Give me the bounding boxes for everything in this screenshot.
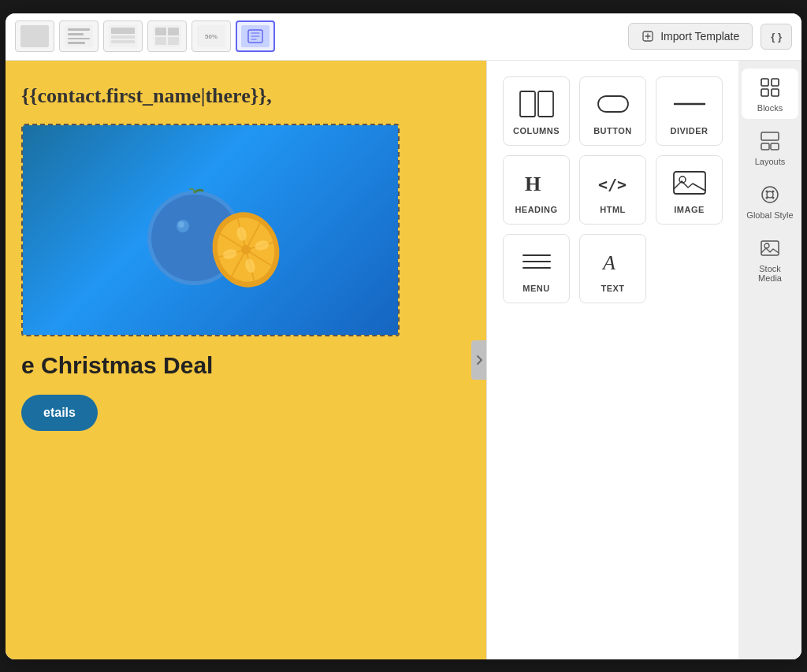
- email-content: {{contact.first_name|there}},: [6, 61, 486, 659]
- collapse-handle[interactable]: [471, 340, 486, 380]
- nav-stock-media-label: Stock Media: [746, 264, 794, 283]
- svg-rect-29: [761, 79, 768, 86]
- nav-layouts-label: Layouts: [755, 157, 786, 166]
- import-label: Import Template: [660, 30, 739, 43]
- toolbar-right: Import Template { }: [628, 23, 792, 50]
- chevron-right-icon: [475, 354, 483, 366]
- heading-label: HEADING: [515, 205, 557, 214]
- deal-title: e Christmas Deal: [21, 352, 470, 379]
- svg-rect-19: [598, 96, 628, 112]
- deal-section: e Christmas Deal etails: [21, 336, 470, 439]
- divider-label: DIVIDER: [670, 126, 708, 136]
- right-panel: COLUMNS BUTTON: [486, 61, 801, 659]
- template-thumb-4[interactable]: [147, 20, 187, 52]
- button-icon: [595, 90, 631, 118]
- top-toolbar: 50% Import Template: [6, 13, 801, 61]
- block-columns[interactable]: COLUMNS: [503, 76, 570, 146]
- divider-icon: [671, 90, 708, 118]
- svg-text:</>: </>: [598, 175, 627, 194]
- svg-rect-23: [674, 172, 705, 194]
- svg-rect-33: [761, 132, 779, 140]
- import-icon: [642, 30, 654, 43]
- svg-rect-17: [520, 91, 535, 117]
- orange-image: [23, 125, 398, 335]
- nav-blocks[interactable]: Blocks: [742, 69, 798, 119]
- menu-label: MENU: [523, 284, 549, 293]
- template-thumb-1[interactable]: [15, 20, 54, 52]
- svg-rect-30: [772, 79, 779, 86]
- global-style-nav-icon: [759, 184, 781, 206]
- svg-point-5: [178, 221, 184, 228]
- template-thumb-3[interactable]: [103, 20, 143, 52]
- image-label: IMAGE: [674, 205, 705, 214]
- svg-point-38: [766, 190, 768, 192]
- svg-point-37: [767, 191, 773, 198]
- svg-point-43: [764, 243, 769, 248]
- blocks-area: COLUMNS BUTTON: [487, 61, 738, 659]
- button-label: BUTTON: [593, 126, 632, 136]
- template-thumb-active[interactable]: [236, 20, 275, 52]
- code-label: { }: [771, 31, 782, 43]
- nav-blocks-label: Blocks: [757, 103, 783, 113]
- app-container: 50% Import Template: [6, 13, 801, 659]
- text-label: TEXT: [601, 284, 624, 293]
- svg-text:A: A: [601, 251, 615, 274]
- svg-point-40: [766, 196, 768, 199]
- svg-rect-42: [761, 241, 779, 255]
- svg-rect-35: [771, 143, 779, 150]
- image-icon: [671, 169, 708, 197]
- svg-point-39: [772, 190, 775, 192]
- html-icon: </>: [595, 169, 631, 197]
- block-heading[interactable]: H HEADING: [503, 155, 570, 225]
- block-text[interactable]: A TEXT: [579, 234, 646, 303]
- block-divider[interactable]: DIVIDER: [656, 76, 723, 146]
- menu-icon: [519, 247, 555, 276]
- block-menu[interactable]: MENU: [503, 234, 570, 303]
- stock-media-nav-icon: [759, 237, 781, 259]
- svg-rect-32: [772, 89, 779, 96]
- image-block[interactable]: [21, 124, 400, 336]
- blocks-grid: COLUMNS BUTTON: [503, 76, 723, 303]
- svg-point-41: [772, 196, 775, 199]
- email-canvas: {{contact.first_name|there}},: [6, 61, 486, 659]
- layouts-nav-icon: [759, 130, 781, 152]
- svg-text:H: H: [525, 173, 541, 195]
- code-button[interactable]: { }: [761, 24, 792, 50]
- sidebar-nav: Blocks Layouts: [738, 61, 801, 659]
- template-thumb-2[interactable]: [59, 20, 99, 52]
- nav-global-style[interactable]: Global Style: [742, 176, 798, 226]
- svg-point-36: [762, 187, 778, 202]
- nav-global-style-label: Global Style: [746, 210, 793, 220]
- import-template-button[interactable]: Import Template: [628, 23, 753, 50]
- text-icon: A: [595, 247, 631, 276]
- svg-rect-31: [761, 89, 768, 96]
- details-button[interactable]: etails: [21, 395, 98, 431]
- svg-rect-18: [538, 91, 553, 117]
- template-thumb-5[interactable]: 50%: [192, 20, 231, 52]
- orange-illustration: [124, 159, 297, 301]
- blocks-nav-icon: [759, 76, 781, 98]
- button-label: etails: [43, 406, 76, 419]
- columns-icon: [519, 90, 555, 118]
- block-image[interactable]: IMAGE: [656, 155, 723, 225]
- columns-label: COLUMNS: [513, 126, 560, 136]
- canvas-area: {{contact.first_name|there}},: [6, 61, 486, 659]
- nav-stock-media[interactable]: Stock Media: [742, 229, 798, 289]
- main-area: {{contact.first_name|there}},: [6, 61, 801, 659]
- html-label: HTML: [600, 205, 626, 214]
- nav-layouts[interactable]: Layouts: [742, 122, 798, 173]
- block-html[interactable]: </> HTML: [579, 155, 646, 225]
- svg-rect-34: [761, 143, 769, 150]
- block-button[interactable]: BUTTON: [579, 76, 646, 146]
- heading-icon: H: [519, 169, 555, 197]
- toolbar-thumbnails: 50%: [15, 20, 622, 52]
- greeting-text: {{contact.first_name|there}},: [21, 84, 470, 108]
